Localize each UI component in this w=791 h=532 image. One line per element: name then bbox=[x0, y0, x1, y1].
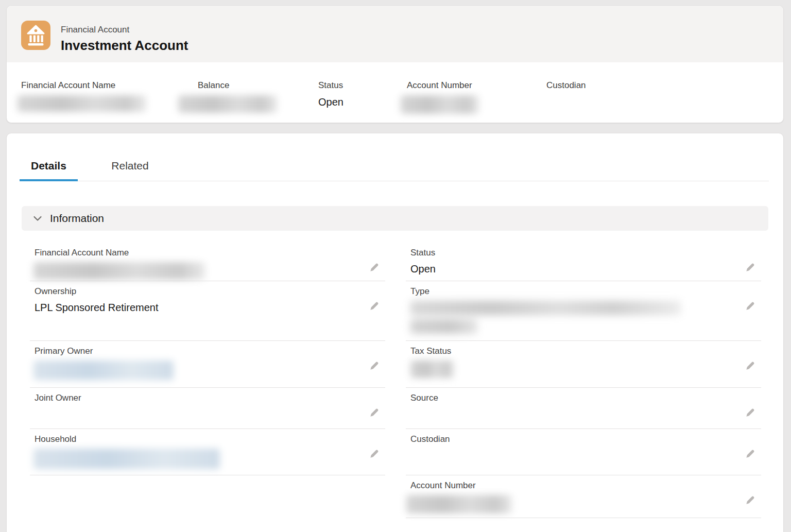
field-value-redacted bbox=[410, 495, 737, 513]
highlight-custodian: Custodian bbox=[546, 80, 586, 95]
section-title: Information bbox=[50, 212, 104, 225]
tab-related[interactable]: Related bbox=[100, 157, 160, 181]
pencil-icon bbox=[369, 453, 380, 461]
field-label: Household bbox=[35, 434, 362, 444]
field-status: Status Open bbox=[406, 243, 761, 281]
field-custodian: Custodian bbox=[406, 429, 761, 475]
record-tabs: Details Related bbox=[20, 157, 769, 181]
pencil-icon bbox=[369, 305, 380, 313]
field-label: Tax Status bbox=[410, 346, 737, 356]
details-left-column: Financial Account Name Ownership LPL Spo… bbox=[30, 243, 385, 518]
financial-account-entity-icon bbox=[21, 21, 50, 50]
highlight-label: Status bbox=[318, 80, 343, 91]
pencil-icon bbox=[745, 453, 755, 461]
field-label: Ownership bbox=[35, 286, 362, 297]
information-section-header[interactable]: Information bbox=[22, 206, 768, 231]
field-label: Joint Owner bbox=[35, 393, 362, 403]
field-label: Source bbox=[410, 393, 737, 403]
edit-type-button[interactable] bbox=[744, 301, 756, 313]
field-financial-account-name: Financial Account Name bbox=[30, 243, 385, 281]
field-label: Account Number bbox=[410, 480, 737, 491]
field-household: Household bbox=[30, 429, 385, 475]
household-link-redacted[interactable] bbox=[35, 449, 362, 469]
field-label: Custodian bbox=[410, 434, 737, 444]
highlight-label: Account Number bbox=[407, 80, 479, 91]
edit-ownership-button[interactable] bbox=[368, 301, 380, 313]
field-ownership: Ownership LPL Sponsored Retirement bbox=[30, 281, 385, 341]
highlight-value-redacted bbox=[21, 95, 146, 112]
field-account-number: Account Number bbox=[406, 475, 761, 518]
field-label: Status bbox=[410, 248, 737, 258]
ownership-value: LPL Sponsored Retirement bbox=[35, 301, 362, 314]
field-type: Type bbox=[406, 281, 761, 341]
details-right-column: Status Open Type Tax bbox=[406, 243, 761, 518]
pencil-icon bbox=[745, 412, 755, 420]
edit-financial-account-name-button[interactable] bbox=[368, 262, 380, 274]
status-value: Open bbox=[410, 262, 737, 276]
edit-custodian-button[interactable] bbox=[744, 449, 756, 461]
highlight-status: Status Open bbox=[318, 80, 343, 109]
highlight-value-redacted bbox=[198, 95, 277, 113]
edit-joint-owner-button[interactable] bbox=[368, 407, 380, 420]
pencil-icon bbox=[369, 267, 380, 274]
highlight-label: Balance bbox=[198, 80, 277, 91]
chevron-down-icon bbox=[31, 212, 44, 225]
highlight-label: Financial Account Name bbox=[21, 80, 146, 91]
field-source: Source bbox=[406, 388, 761, 429]
pencil-icon bbox=[745, 267, 755, 274]
record-detail-card: Details Related Information Financial Ac… bbox=[6, 133, 784, 532]
highlight-balance: Balance bbox=[198, 80, 277, 113]
field-value-redacted bbox=[35, 262, 362, 280]
page-title: Investment Account bbox=[61, 37, 188, 54]
edit-primary-owner-button[interactable] bbox=[368, 361, 380, 373]
record-highlights-card: Financial Account Investment Account Fin… bbox=[6, 5, 784, 123]
field-value-redacted bbox=[410, 301, 737, 334]
highlight-financial-account-name: Financial Account Name bbox=[21, 80, 146, 112]
tab-details[interactable]: Details bbox=[20, 157, 78, 181]
primary-owner-link-redacted[interactable] bbox=[35, 361, 362, 380]
pencil-icon bbox=[745, 500, 755, 507]
status-value: Open bbox=[318, 95, 343, 109]
pencil-icon bbox=[745, 305, 755, 313]
edit-status-button[interactable] bbox=[744, 262, 756, 274]
field-primary-owner: Primary Owner bbox=[30, 341, 385, 388]
field-label: Financial Account Name bbox=[35, 248, 362, 258]
entity-label: Financial Account bbox=[61, 25, 129, 35]
pencil-icon bbox=[369, 365, 380, 373]
field-label: Type bbox=[410, 286, 737, 297]
edit-source-button[interactable] bbox=[744, 407, 756, 420]
field-value-redacted bbox=[410, 361, 737, 378]
edit-tax-status-button[interactable] bbox=[744, 361, 756, 373]
highlight-value-redacted bbox=[407, 95, 479, 114]
highlight-account-number: Account Number bbox=[407, 80, 479, 114]
pencil-icon bbox=[745, 365, 755, 373]
empty-cell bbox=[30, 475, 385, 518]
edit-household-button[interactable] bbox=[368, 449, 380, 461]
field-tax-status: Tax Status bbox=[406, 341, 761, 388]
field-joint-owner: Joint Owner bbox=[30, 388, 385, 429]
field-label: Primary Owner bbox=[35, 346, 362, 356]
edit-account-number-button[interactable] bbox=[744, 495, 756, 507]
highlight-label: Custodian bbox=[546, 80, 586, 91]
pencil-icon bbox=[369, 412, 380, 420]
